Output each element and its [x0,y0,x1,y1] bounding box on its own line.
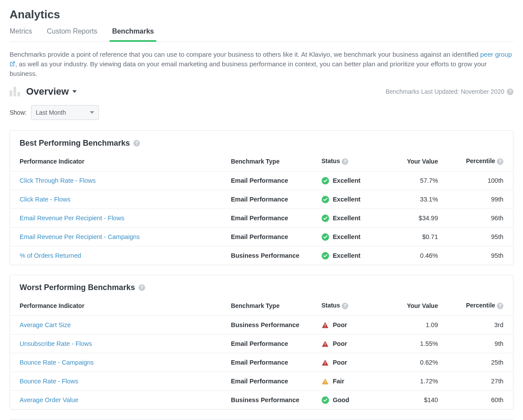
last-updated-text: Benchmarks Last Updated: November 2020 [386,88,504,95]
benchmark-type: Email Performance [221,209,312,228]
tab-benchmarks[interactable]: Benchmarks [112,27,154,41]
worst-benchmarks-title: Worst Performing Benchmarks [20,283,135,292]
indicator-link[interactable]: Average Cart Size [20,321,71,328]
svg-rect-4 [325,345,326,346]
check-circle-icon [321,214,329,222]
your-value: 0.62% [382,353,448,372]
best-benchmarks-card: Best Performing Benchmarks ? Performance… [10,130,513,265]
timeframe-value: Last Month [36,109,66,116]
benchmark-type: Email Performance [221,171,312,190]
warning-triangle-icon [321,340,329,348]
percentile: 9th [448,335,513,353]
help-icon[interactable]: ? [139,284,145,291]
your-value: $140 [382,391,448,410]
your-value: $0.71 [382,228,448,246]
svg-rect-7 [325,380,326,382]
benchmark-type: Business Performance [221,246,312,265]
col-indicator: Performance Indicator [10,297,221,316]
help-icon[interactable]: ? [497,303,503,309]
percentile: 25th [448,353,513,372]
help-icon[interactable]: ? [497,158,503,165]
your-value: 57.7% [382,171,448,190]
your-value: 1.09 [382,316,448,335]
table-row: Average Cart SizeBusiness PerformancePoo… [10,316,513,335]
help-icon[interactable]: ? [133,140,140,147]
col-status: Status ? [312,152,382,171]
col-type: Benchmark Type [221,297,312,316]
svg-rect-5 [325,362,326,364]
col-percentile: Percentile ? [448,152,513,171]
warning-triangle-icon [321,321,329,329]
check-circle-icon [321,252,329,260]
help-icon[interactable]: ? [342,158,348,165]
indicator-link[interactable]: Bounce Rate - Campaigns [20,359,94,366]
benchmark-type: Email Performance [221,372,312,391]
tab-custom-reports[interactable]: Custom Reports [47,27,98,41]
percentile: 95th [448,246,513,265]
show-label: Show: [10,109,27,116]
col-indicator: Performance Indicator [10,152,221,171]
table-row: Click Through Rate - FlowsEmail Performa… [10,171,513,190]
table-row: Email Revenue Per Recipient - FlowsEmail… [10,209,513,228]
table-row: Click Rate - FlowsEmail PerformanceExcel… [10,190,513,209]
check-circle-icon [321,177,329,184]
best-benchmarks-title: Best Performing Benchmarks [20,139,130,148]
percentile: 95th [448,228,513,246]
status-cell: Excellent [312,209,382,228]
indicator-link[interactable]: % of Orders Returned [20,252,81,259]
status-cell: Poor [312,335,382,353]
svg-line-0 [12,61,14,64]
col-value: Your Value [382,297,448,316]
overview-dropdown[interactable]: Overview [26,86,77,97]
percentile: 3rd [448,316,513,335]
col-percentile: Percentile ? [448,297,513,316]
indicator-link[interactable]: Unsubscribe Rate - Flows [20,340,92,347]
bars-icon [10,87,20,96]
col-status: Status ? [312,297,382,316]
indicator-link[interactable]: Email Revenue Per Recipient - Campaigns [20,233,140,240]
help-icon[interactable]: ? [342,303,348,309]
svg-rect-1 [325,324,326,326]
intro-text: Benchmarks provide a point of reference … [0,42,523,81]
worst-benchmarks-table: Performance Indicator Benchmark Type Sta… [10,297,513,409]
table-row: Unsubscribe Rate - FlowsEmail Performanc… [10,335,513,353]
worst-benchmarks-card: Worst Performing Benchmarks ? Performanc… [10,275,513,410]
your-value: 33.1% [382,190,448,209]
your-value: 1.72% [382,372,448,391]
warning-triangle-icon [321,377,329,385]
check-circle-icon [321,195,329,203]
status-cell: Excellent [312,190,382,209]
warning-triangle-icon [321,359,329,366]
tab-metrics[interactable]: Metrics [10,27,32,41]
help-icon[interactable]: ? [507,89,513,95]
your-value: $34.99 [382,209,448,228]
indicator-link[interactable]: Average Order Value [20,396,78,403]
indicator-link[interactable]: Bounce Rate - Flows [20,378,78,385]
chevron-down-icon [72,90,77,93]
status-cell: Poor [312,353,382,372]
status-cell: Poor [312,316,382,335]
check-circle-icon [321,233,329,241]
indicator-link[interactable]: Click Rate - Flows [20,196,71,203]
svg-rect-8 [325,383,326,383]
table-row: Bounce Rate - FlowsEmail PerformanceFair… [10,372,513,391]
col-value: Your Value [382,152,448,171]
percentile: 96th [448,209,513,228]
indicator-link[interactable]: Email Revenue Per Recipient - Flows [20,215,124,222]
col-type: Benchmark Type [221,152,312,171]
external-link-icon [10,60,15,65]
your-value: 0.46% [382,246,448,265]
tabs: MetricsCustom ReportsBenchmarks [10,27,513,42]
last-updated: Benchmarks Last Updated: November 2020 ? [386,88,513,95]
status-cell: Excellent [312,228,382,246]
indicator-link[interactable]: Click Through Rate - Flows [20,177,96,184]
table-row: Bounce Rate - CampaignsEmail Performance… [10,353,513,372]
status-cell: Fair [312,372,382,391]
timeframe-select[interactable]: Last Month [31,105,99,120]
benchmark-type: Email Performance [221,353,312,372]
your-value: 1.55% [382,335,448,353]
benchmark-type: Business Performance [221,391,312,410]
page-title: Analytics [10,8,513,21]
svg-rect-2 [325,327,326,327]
best-benchmarks-table: Performance Indicator Benchmark Type Sta… [10,152,513,265]
